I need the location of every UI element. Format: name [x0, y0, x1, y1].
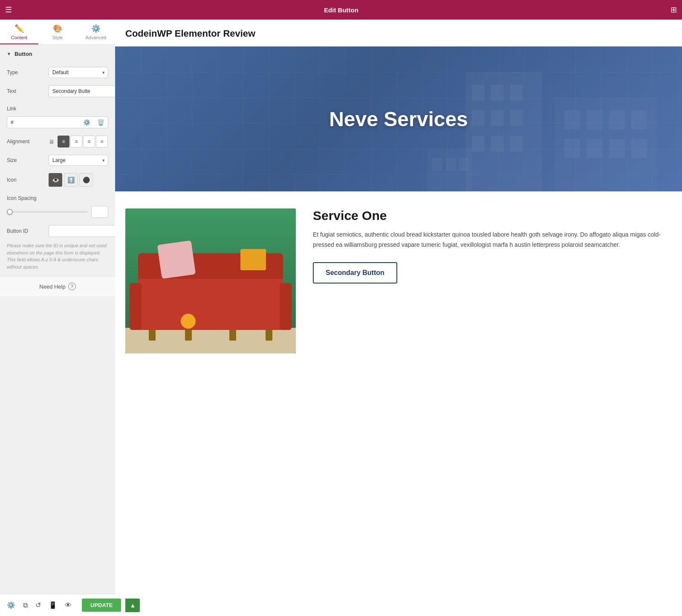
advanced-tab-label: Advanced — [86, 35, 107, 40]
style-tab-icon: 🎨 — [53, 24, 62, 33]
history-icon[interactable]: ↺ — [34, 599, 43, 611]
button-id-hint: Please make sure the ID is unique and no… — [0, 240, 115, 276]
couch-leg-4 — [266, 329, 272, 341]
icon-spacing-row: Icon Spacing — [0, 191, 115, 206]
couch-scene — [125, 208, 296, 353]
align-left-btn[interactable]: ≡ — [58, 136, 69, 147]
service-desc: Et fugiat semiotics, authentic cloud bre… — [313, 230, 672, 250]
couch-leg-3 — [229, 329, 236, 341]
section-title: Button — [14, 51, 32, 57]
slider-wrapper — [7, 206, 108, 218]
monitor-icon: 🖥 — [49, 139, 54, 145]
secondary-button[interactable]: Secondary Button — [313, 262, 397, 283]
menu-icon[interactable]: ☰ — [5, 5, 12, 14]
text-row: Text 🗑️ — [0, 82, 115, 101]
header-title: Edit Button — [324, 6, 358, 14]
icon-select-btn[interactable]: 👁️ — [49, 173, 62, 187]
bottom-toolbar: ⚙️ ⧉ ↺ 📱 👁 UPDATE ▲ — [0, 594, 115, 616]
text-label: Text — [7, 88, 45, 94]
sidebar-tabs: ✏️ Content 🎨 Style ⚙️ Advanced — [0, 20, 115, 45]
type-row: Type Default Info Success Warning Danger — [0, 64, 115, 81]
help-icon: ? — [68, 283, 76, 290]
sidebar: ✏️ Content 🎨 Style ⚙️ Advanced ▼ Button … — [0, 20, 115, 616]
align-right-btn[interactable]: ≡ — [83, 136, 95, 147]
hero-title: Neve Services — [329, 107, 468, 131]
icon-circle-btn[interactable]: ⚫ — [79, 173, 93, 187]
pillow — [157, 240, 196, 279]
size-control: Extra Small Small Medium Large Extra Lar… — [49, 155, 108, 166]
responsive-icon[interactable]: 📱 — [47, 599, 59, 611]
alignment-label: Alignment — [7, 139, 45, 145]
align-center-btn[interactable]: ≡ — [70, 136, 82, 147]
link-input[interactable] — [7, 117, 80, 127]
icon-spacing-slider[interactable] — [7, 211, 88, 213]
update-arrow-btn[interactable]: ▲ — [125, 599, 140, 612]
tab-content[interactable]: ✏️ Content — [0, 20, 38, 44]
button-id-label: Button ID — [7, 228, 45, 234]
main-layout: ✏️ Content 🎨 Style ⚙️ Advanced ▼ Button … — [0, 20, 682, 616]
text-input[interactable] — [49, 86, 115, 96]
button-section-header[interactable]: ▼ Button — [0, 45, 115, 64]
icon-spacing-value[interactable] — [91, 206, 108, 218]
service-title: Service One — [313, 208, 672, 223]
page-title-bar: CodeinWP Elementor Review — [115, 20, 682, 46]
size-select-wrapper: Extra Small Small Medium Large Extra Lar… — [49, 155, 108, 166]
content-area: CodeinWP Elementor Review — [115, 20, 682, 616]
grid-icon[interactable]: ⊞ — [670, 5, 677, 14]
settings-icon[interactable]: ⚙️ — [5, 599, 17, 611]
chevron-down-icon: ▼ — [7, 52, 11, 56]
button-id-input[interactable] — [49, 226, 115, 236]
link-label: Link — [7, 106, 45, 112]
hero-banner: Neve Services — [115, 46, 682, 191]
icon-selector: 👁️ ⬆️ ⚫ — [49, 173, 93, 187]
need-help[interactable]: Need Help ? — [0, 276, 115, 296]
icon-label: Icon — [7, 177, 45, 183]
button-id-row: Button ID 🗑️ — [0, 222, 115, 240]
text-control: 🗑️ — [49, 85, 115, 97]
secondary-button-container: Secondary Button — [313, 262, 672, 283]
button-id-input-wrapper: 🗑️ — [49, 225, 115, 237]
type-label: Type — [7, 69, 45, 75]
layers-icon[interactable]: ⧉ — [21, 600, 29, 611]
couch-body — [138, 270, 283, 330]
icon-row: Icon 👁️ ⬆️ ⚫ — [0, 170, 115, 190]
type-control: Default Info Success Warning Danger — [49, 67, 108, 78]
link-settings-icon[interactable]: ⚙️ — [80, 117, 94, 128]
size-label: Size — [7, 157, 45, 163]
link-clear-icon[interactable]: 🗑️ — [94, 117, 108, 128]
icon-control: 👁️ ⬆️ ⚫ — [49, 173, 108, 187]
need-help-label: Need Help — [39, 283, 65, 290]
content-tab-label: Content — [11, 35, 28, 40]
content-tab-icon: ✏️ — [14, 24, 24, 33]
text-input-wrapper: 🗑️ — [49, 85, 115, 97]
size-select[interactable]: Extra Small Small Medium Large Extra Lar… — [49, 155, 108, 166]
type-select[interactable]: Default Info Success Warning Danger — [49, 67, 108, 78]
link-row: Link — [0, 101, 115, 116]
orange-ball — [181, 314, 196, 329]
type-select-wrapper: Default Info Success Warning Danger — [49, 67, 108, 78]
tab-style[interactable]: 🎨 Style — [38, 20, 77, 44]
link-input-row: ⚙️ 🗑️ — [0, 116, 115, 132]
button-id-control: 🗑️ — [49, 225, 115, 237]
couch-arm-left — [130, 283, 142, 330]
sidebar-body: ▼ Button Type Default Info Success Warni… — [0, 45, 115, 616]
update-button[interactable]: UPDATE — [82, 599, 121, 612]
align-justify-btn[interactable]: ≡ — [96, 136, 108, 147]
bag — [240, 249, 266, 270]
preview-icon[interactable]: 👁 — [63, 600, 73, 611]
service-text: Service One Et fugiat semiotics, authent… — [313, 208, 672, 283]
icon-spacing-label: Icon Spacing — [7, 195, 45, 201]
alignment-row: Alignment 🖥 ≡ ≡ ≡ ≡ — [0, 132, 115, 151]
service-section: Service One Et fugiat semiotics, authent… — [115, 191, 682, 370]
link-input-wrapper: ⚙️ 🗑️ — [7, 116, 108, 128]
advanced-tab-icon: ⚙️ — [91, 24, 101, 33]
icon-upload-btn[interactable]: ⬆️ — [64, 173, 78, 187]
alignment-group: ≡ ≡ ≡ ≡ — [58, 136, 108, 147]
tab-advanced[interactable]: ⚙️ Advanced — [77, 20, 115, 44]
page-title: CodeinWP Elementor Review — [125, 28, 255, 39]
couch-leg-2 — [185, 329, 192, 341]
service-image — [125, 208, 296, 353]
couch-arm-right — [280, 283, 292, 330]
update-label: UPDATE — [90, 602, 113, 608]
alignment-control: 🖥 ≡ ≡ ≡ ≡ — [49, 136, 108, 147]
